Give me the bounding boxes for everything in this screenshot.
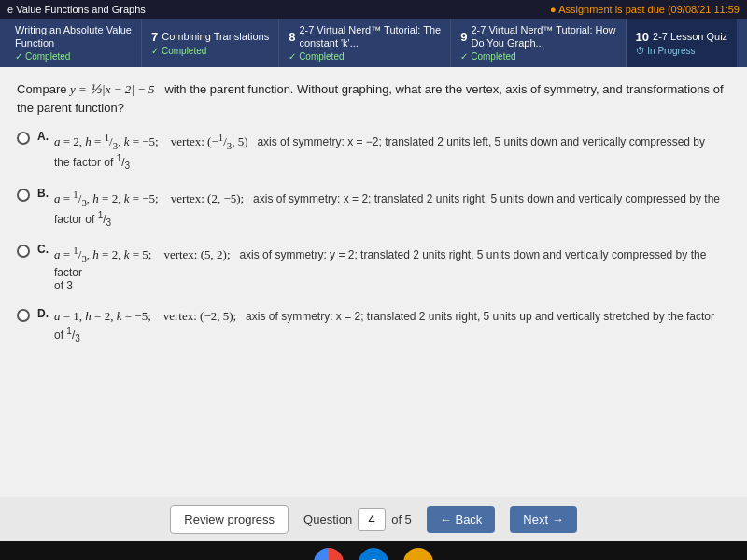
nav-item-virtual1-num: 8 xyxy=(289,30,295,44)
chrome-icon[interactable] xyxy=(314,548,344,560)
option-a-desc: axis of symmetry: x = −2; translated 2 u… xyxy=(251,135,705,148)
option-c[interactable]: C. a = 1/3, h = 2, k = 5; vertex: (5, 2)… xyxy=(17,243,730,292)
nav-item-virtual2-status: ✓Completed xyxy=(460,51,515,62)
next-button[interactable]: Next → xyxy=(510,506,576,533)
nav-item-virtual2[interactable]: 9 2-7 Virtual Nerd™ Tutorial: HowDo You … xyxy=(451,19,626,67)
radio-a[interactable] xyxy=(17,132,30,145)
nav-item-writing-label: Writing an Absolute ValueFunction xyxy=(15,24,132,49)
nav-item-writing-status: ✓Completed xyxy=(15,51,70,62)
option-b-desc: axis of symmetry: x = 2; translated 2 un… xyxy=(247,192,720,205)
radio-c[interactable] xyxy=(17,245,30,258)
amd-icon[interactable]: ▲ xyxy=(403,548,433,560)
nav-item-quiz-label: 2-7 Lesson Quiz xyxy=(653,31,727,43)
question-text-before: Compare xyxy=(17,82,70,96)
option-b-desc2: factor of 1/3 xyxy=(54,213,111,226)
option-c-desc2: of 3 xyxy=(54,279,73,292)
question-label: Question xyxy=(303,512,352,526)
option-a-letter: A. xyxy=(37,130,49,143)
nav-item-virtual1[interactable]: 8 2-7 Virtual Nerd™ Tutorial: Theconstan… xyxy=(279,19,451,67)
main-content: Compare y = ⅓|x − 2| − 5 with the parent… xyxy=(0,67,747,497)
nav-item-virtual2-label: 2-7 Virtual Nerd™ Tutorial: HowDo You Gr… xyxy=(471,24,615,49)
option-c-letter: C. xyxy=(37,243,49,256)
nav-item-virtual2-num: 9 xyxy=(460,30,467,44)
nav-item-quiz-status: ⏱ In Progress xyxy=(636,46,696,56)
option-d-desc: axis of symmetry: x = 2; translated 2 un… xyxy=(239,310,714,323)
option-b-letter: B. xyxy=(37,187,49,200)
question-header: Compare y = ⅓|x − 2| − 5 with the parent… xyxy=(17,80,730,117)
option-a-desc2: the factor of 1/3 xyxy=(54,156,130,169)
top-bar: e Value Functions and Graphs ● Assignmen… xyxy=(0,0,747,19)
question-nav: Question of 5 xyxy=(303,508,412,531)
taskbar: e ▲ xyxy=(0,541,747,560)
review-progress-button[interactable]: Review progress xyxy=(170,505,289,534)
nav-item-virtual1-status: ✓Completed xyxy=(289,51,344,62)
edge-icon[interactable]: e xyxy=(359,548,388,560)
nav-item-quiz[interactable]: 10 2-7 Lesson Quiz ⏱ In Progress xyxy=(627,19,739,67)
question-equation: y = ⅓|x − 2| − 5 xyxy=(70,82,155,96)
option-d-math: a = 1, h = 2, k = −5; vertex: (−2, 5); xyxy=(54,309,239,323)
of-label: of 5 xyxy=(391,512,412,526)
option-a-math: a = 2, h = 1/3, k = −5; vertex: (−1/3, 5… xyxy=(54,134,251,148)
option-d[interactable]: D. a = 1, h = 2, k = −5; vertex: (−2, 5)… xyxy=(17,307,730,343)
nav-item-combining-status: ✓Completed xyxy=(151,46,206,56)
nav-item-combining-label: Combining Translations xyxy=(162,31,269,43)
option-c-math: a = 1/3, h = 2, k = 5; vertex: (5, 2); xyxy=(54,247,233,261)
option-b[interactable]: B. a = 1/3, h = 2, k = −5; vertex: (2, −… xyxy=(17,187,730,229)
footer-bar: Review progress Question of 5 ← Back Nex… xyxy=(0,497,747,541)
option-a[interactable]: A. a = 2, h = 1/3, k = −5; vertex: (−1/3… xyxy=(17,130,730,172)
nav-bar: Writing an Absolute ValueFunction ✓Compl… xyxy=(0,19,747,67)
nav-item-combining[interactable]: 7 Combining Translations ✓Completed xyxy=(142,19,279,67)
option-d-letter: D. xyxy=(37,307,49,320)
course-title: e Value Functions and Graphs xyxy=(7,4,146,15)
nav-item-writing[interactable]: Writing an Absolute ValueFunction ✓Compl… xyxy=(6,19,142,67)
nav-item-combining-num: 7 xyxy=(151,30,158,44)
back-button[interactable]: ← Back xyxy=(427,506,496,533)
nav-item-quiz-num: 10 xyxy=(636,30,649,44)
option-d-desc2: of 1/3 xyxy=(54,329,80,342)
radio-d[interactable] xyxy=(17,309,30,322)
question-number-input[interactable] xyxy=(358,508,386,531)
radio-b[interactable] xyxy=(17,189,30,202)
option-b-math: a = 1/3, h = 2, k = −5; vertex: (2, −5); xyxy=(54,191,247,205)
nav-item-virtual1-label: 2-7 Virtual Nerd™ Tutorial: Theconstant … xyxy=(299,24,441,49)
assignment-due-notice: ● Assignment is past due (09/08/21 11:59 xyxy=(550,4,740,15)
